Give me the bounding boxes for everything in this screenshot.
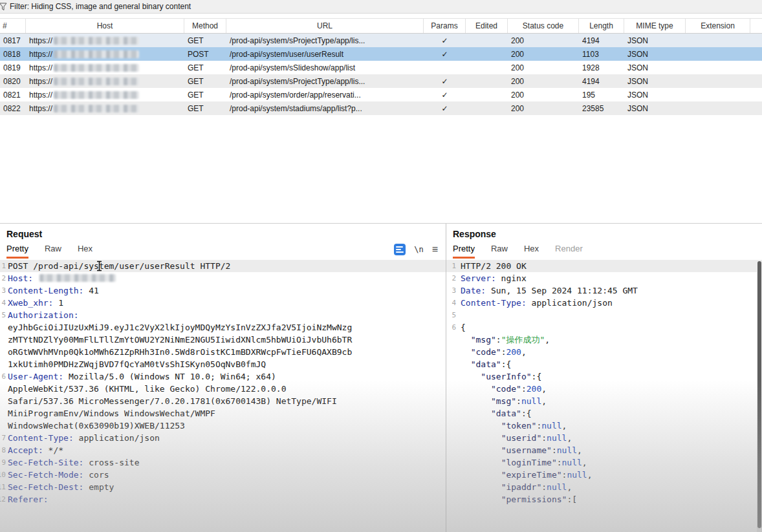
line-number: 10 [0, 469, 8, 481]
response-tab-pretty[interactable]: Pretty [453, 244, 475, 259]
request-tab-pretty[interactable]: Pretty [6, 244, 28, 259]
cell-url: /prod-api/system/order/app/reservati... [226, 88, 424, 101]
code-line: 1xkUtimh0PMDHzZWqjBVD7fQcYaM0tVsShISKyn0… [0, 358, 446, 370]
filter-bar[interactable]: Filter: Hiding CSS, image and general bi… [0, 0, 762, 14]
code-text: "userid":null, [461, 432, 572, 444]
code-line: oRGtWWVhMVnp0Qk1oMWh6Z1ZpRHh3In0.5Wd8rOi… [0, 346, 446, 358]
column-header-length[interactable]: Length [579, 19, 624, 33]
history-row-0818[interactable]: 0818https://POST/prod-api/system/user/us… [0, 47, 762, 61]
line-number: 6 [0, 370, 8, 383]
code-line: WindowsWechat(0x63090b19)XWEB/11253 [0, 420, 446, 432]
cell-mime: JSON [624, 47, 686, 61]
line-number [446, 444, 461, 456]
table-header-row: #HostMethodURLParamsEditedStatus codeLen… [0, 18, 762, 34]
cell-length: 1103 [579, 47, 624, 61]
request-editor-toolbar: \n ≡ [394, 244, 439, 259]
code-text: "code":200, [461, 383, 547, 395]
column-header-url[interactable]: URL [226, 19, 424, 33]
request-tabs: PrettyRawHex [6, 244, 93, 259]
code-text: eyJhbGciOiJIUzUxMiJ9.eyJ1c2VyX2lkIjoyMDQ… [8, 321, 352, 334]
column-header-mime-type[interactable]: MIME type [624, 19, 686, 33]
request-tab-hex[interactable]: Hex [78, 244, 93, 259]
cell-host: https:// [26, 47, 184, 61]
host-prefix: https:// [29, 36, 52, 45]
column-header-status-code[interactable]: Status code [508, 19, 579, 33]
cell-length: 4194 [579, 74, 624, 88]
line-number [0, 383, 8, 395]
code-line: "msg":"操作成功", [446, 334, 762, 346]
history-row-0820[interactable]: 0820https://GET/prod-api/system/sProject… [0, 74, 762, 88]
cell-mime: JSON [624, 88, 686, 101]
code-text: zMTYtNDZlYy00MmFlLTllZmYtOWU2Y2NiNmE2NGU… [8, 334, 352, 346]
cell-extension [686, 61, 750, 74]
code-line: 10Sec-Fetch-Mode: cors [0, 469, 446, 481]
history-row-0821[interactable]: 0821https://GET/prod-api/system/order/ap… [0, 88, 762, 101]
line-number: 2 [0, 272, 8, 284]
cell-params: ✓ [424, 34, 466, 47]
cell-id: 0821 [0, 88, 26, 101]
cell-edited [466, 74, 508, 88]
response-tab-raw[interactable]: Raw [491, 244, 508, 259]
host-prefix: https:// [29, 90, 52, 100]
redacted-host-blur [54, 78, 139, 85]
response-tab-hex[interactable]: Hex [524, 244, 539, 259]
editor-menu-icon[interactable]: ≡ [432, 245, 438, 254]
column-header-params[interactable]: Params [424, 19, 466, 33]
code-text: "code":200, [461, 346, 527, 358]
cell-status: 200 [508, 61, 579, 74]
cell-mime: JSON [624, 34, 686, 47]
cell-mime: JSON [624, 101, 686, 115]
cell-filler [750, 61, 762, 74]
request-panel-title: Request [0, 224, 446, 240]
line-number: 12 [0, 493, 8, 505]
line-number [0, 420, 8, 432]
column-header-edited[interactable]: Edited [466, 19, 508, 33]
cell-filler [750, 74, 762, 88]
cell-url: /prod-api/system/user/userResult [226, 47, 424, 61]
filter-funnel-icon [0, 3, 7, 11]
cell-filler [750, 34, 762, 47]
cell-extension [686, 88, 750, 101]
cell-status: 200 [508, 34, 579, 47]
response-scrollbar-thumb[interactable] [757, 261, 761, 528]
code-text: Date: Sun, 15 Sep 2024 11:12:45 GMT [461, 284, 638, 297]
response-tab-render[interactable]: Render [555, 244, 583, 259]
code-text: Sec-Fetch-Mode: cors [8, 469, 109, 481]
cell-length: 23585 [579, 101, 624, 115]
line-number [0, 407, 8, 420]
code-text: Content-Length: 41 [8, 284, 99, 297]
column-header--[interactable]: # [0, 19, 26, 33]
cell-extension [686, 74, 750, 88]
cell-edited [466, 34, 508, 47]
cell-status: 200 [508, 101, 579, 115]
column-header-method[interactable]: Method [184, 19, 226, 33]
cell-extension [686, 47, 750, 61]
show-newlines-toggle-icon[interactable]: \n [414, 245, 423, 254]
cell-length: 4194 [579, 34, 624, 47]
request-editor[interactable]: 1POST /prod-api/system/user/userResult H… [0, 259, 446, 532]
history-row-0819[interactable]: 0819https://GET/prod-api/system/sSlidesh… [0, 61, 762, 74]
pretty-format-icon[interactable] [394, 244, 406, 255]
column-header-host[interactable]: Host [26, 19, 184, 33]
redacted-host-blur [39, 274, 116, 282]
code-line: 12Referer: [0, 493, 446, 505]
response-scrollbar[interactable] [757, 260, 762, 532]
cell-edited [466, 61, 508, 74]
code-text: AppleWebKit/537.36 (KHTML, like Gecko) C… [8, 383, 286, 395]
code-text: oRGtWWVhMVnp0Qk1oMWh6Z1ZpRHh3In0.5Wd8rOi… [8, 346, 352, 358]
code-text: "data":{ [461, 358, 511, 370]
code-text: "msg":"操作成功", [461, 334, 550, 346]
response-editor[interactable]: 1HTTP/2 200 OK2Server: nginx3Date: Sun, … [446, 259, 762, 532]
code-text: Sec-Fetch-Dest: empty [8, 481, 114, 493]
column-header-extension[interactable]: Extension [686, 19, 750, 33]
cell-edited [466, 88, 508, 101]
code-text: Server: nginx [461, 272, 527, 284]
cell-method: POST [184, 47, 226, 61]
code-text: "userInfo":{ [461, 370, 541, 383]
code-line: "code":200, [446, 383, 762, 395]
redacted-host-blur [54, 105, 139, 112]
history-row-0817[interactable]: 0817https://GET/prod-api/system/sProject… [0, 34, 762, 47]
history-row-0822[interactable]: 0822https://GET/prod-api/system/stadiums… [0, 101, 762, 115]
request-tab-raw[interactable]: Raw [45, 244, 61, 259]
code-line: 4Xweb_xhr: 1 [0, 297, 446, 309]
